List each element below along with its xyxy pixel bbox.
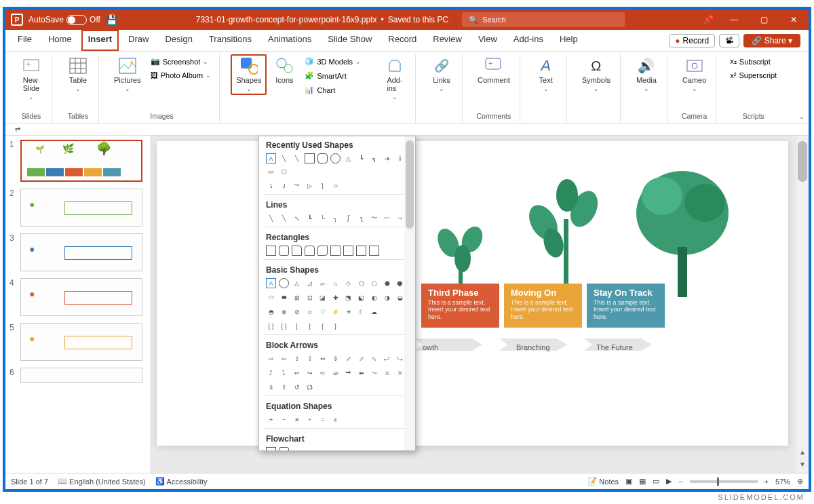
quick-access-bar[interactable]: ⇄ (5, 123, 809, 136)
arrow-13[interactable]: ⤵ (279, 368, 289, 378)
arrow-11[interactable]: ⮑ (395, 353, 405, 364)
canvas-scrollbar[interactable]: ▲ ▼ (796, 136, 809, 473)
links-button[interactable]: 🔗 Links⌄ (427, 54, 457, 95)
basic-oval[interactable] (279, 278, 289, 288)
shape-arrow-down[interactable]: ⇩ (395, 153, 405, 163)
arrow-8[interactable]: ⬀ (356, 353, 366, 364)
icons-button[interactable]: Icons (269, 54, 299, 87)
arrow-20[interactable]: ⤳ (369, 368, 379, 378)
shape-circle[interactable] (330, 153, 341, 163)
basic-12[interactable]: ⊞ (292, 292, 302, 303)
photo-album-button[interactable]: 🖼Photo Album ⌄ (148, 70, 214, 81)
arrow-24[interactable]: ⇪ (279, 382, 289, 392)
shape-roundrect[interactable] (317, 153, 328, 163)
basic-trap[interactable]: ⏢ (330, 278, 341, 288)
rect-7[interactable] (343, 246, 353, 256)
arrow-5[interactable]: ⇔ (317, 353, 328, 364)
shape-rect[interactable] (305, 153, 315, 163)
flow-2[interactable] (279, 447, 289, 451)
save-icon[interactable]: 💾 (106, 14, 117, 25)
record-button[interactable]: ●Record (669, 34, 715, 47)
shape-elbow2[interactable]: ┓ (369, 153, 379, 163)
basic-27[interactable]: ♡ (317, 307, 328, 317)
line-10[interactable]: 〰 (382, 213, 392, 223)
arrow-18[interactable]: ⮕ (343, 368, 353, 378)
flow-4[interactable]: ▱ (305, 447, 315, 451)
arrow-25[interactable]: ↺ (292, 382, 302, 392)
notes-button[interactable]: 📝 Notes (587, 477, 619, 486)
phase-box-3[interactable]: Third Phase This is a sample text. Inser… (421, 284, 499, 328)
chevron-down-icon[interactable]: ⌄ (452, 16, 458, 23)
tab-file[interactable]: File (11, 30, 39, 51)
basic-31[interactable]: ☁ (369, 307, 379, 317)
basic-26[interactable]: ☺ (305, 307, 315, 317)
phase-box-4[interactable]: Moving On This is a sample text. Insert … (504, 284, 582, 328)
arrow-19[interactable]: ⬅ (356, 368, 366, 378)
arrow-6[interactable]: ⇕ (330, 353, 341, 364)
arrow-4[interactable]: ⇩ (305, 353, 315, 364)
basic-32[interactable]: [ ] (266, 321, 276, 331)
rect-3[interactable] (292, 246, 302, 256)
shape-triangle[interactable]: △ (343, 153, 353, 163)
rect-6[interactable] (330, 246, 341, 256)
basic-25[interactable]: ⊘ (292, 307, 302, 317)
minimize-button[interactable]: — (724, 15, 743, 24)
basic-oct[interactable]: ⯃ (395, 278, 405, 288)
line-8[interactable]: ʅ (356, 213, 366, 223)
table-button[interactable]: Table⌄ (63, 54, 93, 95)
tab-draw[interactable]: Draw (121, 30, 155, 51)
shape-elbow[interactable]: ┗ (356, 153, 366, 163)
language-button[interactable]: 📖 English (United States) (58, 477, 146, 486)
tab-transitions[interactable]: Transitions (202, 30, 258, 51)
slide-thumb-4[interactable]: ● (20, 278, 142, 316)
basic-20[interactable]: ◐ (369, 292, 379, 303)
basic-10[interactable]: ⬭ (266, 292, 276, 303)
shape-curve3[interactable]: 〜 (292, 180, 302, 191)
new-slide-button[interactable]: + New Slide⌄ (16, 54, 46, 103)
maximize-button[interactable]: ▢ (754, 15, 773, 24)
superscript-button[interactable]: x²Superscript (727, 70, 779, 81)
text-button[interactable]: AText⌄ (531, 54, 561, 95)
line-9[interactable]: 〜 (369, 213, 379, 223)
eq-div[interactable]: ÷ (305, 414, 315, 425)
tab-slideshow[interactable]: Slide Show (321, 30, 379, 51)
basic-22[interactable]: ◒ (395, 292, 405, 303)
3d-models-button[interactable]: 🧊3D Models ⌄ (302, 56, 364, 67)
shape-doc[interactable]: ▭ (266, 166, 276, 176)
scroll-down-icon[interactable]: ▼ (796, 458, 809, 470)
comment-button[interactable]: + Comment (473, 54, 514, 87)
eq-plus[interactable]: ＋ (266, 414, 276, 425)
rect-2[interactable] (279, 246, 289, 256)
search-box[interactable]: 🔍 Search (462, 12, 625, 27)
basic-30[interactable]: ☾ (356, 307, 366, 317)
shape-hex[interactable]: ⬡ (279, 166, 289, 176)
shape-arrow-right[interactable]: ➔ (382, 153, 392, 163)
shape-textbox[interactable]: A (266, 153, 276, 163)
fit-to-window-icon[interactable]: ⊕ (797, 477, 803, 486)
addins-button[interactable]: Add- ins⌄ (380, 54, 410, 103)
basic-16[interactable]: ⬔ (343, 292, 353, 303)
arrow-1[interactable]: ⇨ (266, 353, 276, 364)
line-7[interactable]: ʃ (343, 213, 353, 223)
rect-1[interactable] (266, 246, 276, 256)
basic-pent[interactable]: ⬠ (356, 278, 366, 288)
basic-37[interactable]: } (330, 321, 341, 331)
line-3[interactable]: ⤡ (292, 213, 302, 223)
slide-thumb-5[interactable]: ● (20, 323, 142, 361)
ribbon-collapse-icon[interactable]: ⌄ (799, 113, 805, 120)
basic-24[interactable]: ⊗ (279, 307, 289, 317)
rect-4[interactable] (305, 246, 315, 256)
pictures-button[interactable]: Pictures⌄ (110, 54, 145, 95)
smartart-button[interactable]: 🧩SmartArt (302, 70, 364, 81)
shape-line[interactable]: ╲ (279, 153, 289, 163)
line-4[interactable]: ┗ (305, 213, 315, 223)
line-2[interactable]: ╲ (279, 213, 289, 223)
eq-minus[interactable]: － (279, 414, 289, 425)
zoom-slider[interactable] (690, 480, 758, 483)
chart-button[interactable]: 📊Chart (302, 84, 364, 96)
screenshot-button[interactable]: 📷Screenshot ⌄ (148, 56, 214, 67)
share-button[interactable]: 🔗 Share ▾ (743, 34, 800, 47)
toggle-off-icon[interactable] (66, 15, 87, 25)
shape-cursor[interactable]: ▷ (305, 180, 315, 191)
view-sorter-icon[interactable]: ▦ (639, 477, 646, 486)
